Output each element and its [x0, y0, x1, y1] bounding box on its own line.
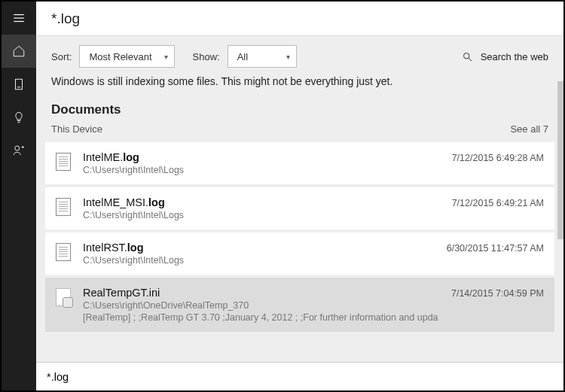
- result-path: C:\Users\right\OneDrive\RealTemp_370: [83, 300, 441, 311]
- filter-bar: Sort: Most Relevant ▾ Show: All ▾ Search…: [36, 36, 563, 75]
- file-icon: [56, 153, 71, 171]
- result-timestamp: 7/12/2015 6:49:28 AM: [452, 151, 544, 175]
- result-item[interactable]: IntelME_MSI.log C:\Users\right\Intel\Log…: [45, 187, 554, 229]
- result-timestamp: 7/12/2015 6:49:21 AM: [452, 196, 544, 220]
- result-item[interactable]: IntelRST.log C:\Users\right\Intel\Logs 6…: [45, 232, 554, 275]
- home-icon[interactable]: [2, 35, 36, 68]
- section-scope: This Device: [51, 123, 102, 135]
- result-item[interactable]: RealTempGT.ini C:\Users\right\OneDrive\R…: [45, 278, 554, 332]
- result-path: C:\Users\right\Intel\Logs: [83, 165, 441, 175]
- svg-point-6: [463, 53, 469, 59]
- result-timestamp: 6/30/2015 11:47:57 AM: [447, 242, 544, 266]
- svg-rect-3: [16, 79, 23, 90]
- result-title: RealTempGT.ini: [83, 287, 441, 299]
- show-value: All: [237, 51, 248, 62]
- show-dropdown[interactable]: All ▾: [228, 45, 297, 68]
- see-all-link[interactable]: See all 7: [510, 123, 548, 135]
- sort-value: Most Relevant: [89, 51, 151, 62]
- result-title: IntelRST.log: [83, 242, 436, 254]
- results-list: IntelME.log C:\Users\right\Intel\Logs 7/…: [36, 142, 563, 350]
- result-timestamp: 7/14/2015 7:04:59 PM: [451, 287, 544, 323]
- menu-icon[interactable]: [2, 2, 36, 35]
- search-icon: [462, 51, 473, 62]
- document-icon[interactable]: [2, 68, 36, 101]
- content-area: Sort: Most Relevant ▾ Show: All ▾ Search…: [36, 36, 563, 362]
- chevron-down-icon: ▾: [164, 53, 168, 61]
- scrollbar-thumb[interactable]: [557, 81, 563, 239]
- indexing-message: Windows is still indexing some files. Th…: [36, 75, 563, 98]
- svg-point-5: [15, 146, 20, 150]
- svg-line-7: [469, 58, 472, 61]
- title-bar: *.log: [36, 2, 563, 36]
- feedback-icon[interactable]: [2, 134, 36, 167]
- section-header: Documents: [36, 98, 563, 119]
- search-web-link[interactable]: Search the web: [462, 51, 548, 62]
- result-title: IntelME_MSI.log: [83, 196, 441, 208]
- sidebar: [2, 2, 36, 390]
- search-query-title: *.log: [51, 11, 80, 27]
- result-path: C:\Users\right\Intel\Logs: [83, 210, 441, 220]
- file-icon: [56, 288, 71, 306]
- bottom-bar: [36, 362, 563, 390]
- file-icon: [56, 198, 71, 216]
- search-input[interactable]: [36, 363, 240, 390]
- result-item[interactable]: IntelME.log C:\Users\right\Intel\Logs 7/…: [45, 142, 554, 184]
- show-label: Show:: [193, 51, 220, 62]
- search-web-label: Search the web: [481, 51, 548, 62]
- main-panel: *.log Sort: Most Relevant ▾ Show: All ▾ …: [36, 2, 563, 390]
- sort-label: Sort:: [51, 51, 72, 62]
- result-path: C:\Users\right\Intel\Logs: [83, 255, 436, 266]
- chevron-down-icon: ▾: [286, 53, 290, 61]
- sort-dropdown[interactable]: Most Relevant ▾: [79, 45, 174, 68]
- file-icon: [56, 243, 71, 261]
- result-title: IntelME.log: [83, 151, 441, 163]
- result-extra: [RealTemp] ; ;RealTemp GT 3.70 ;January …: [83, 312, 441, 323]
- lightbulb-icon[interactable]: [2, 101, 36, 134]
